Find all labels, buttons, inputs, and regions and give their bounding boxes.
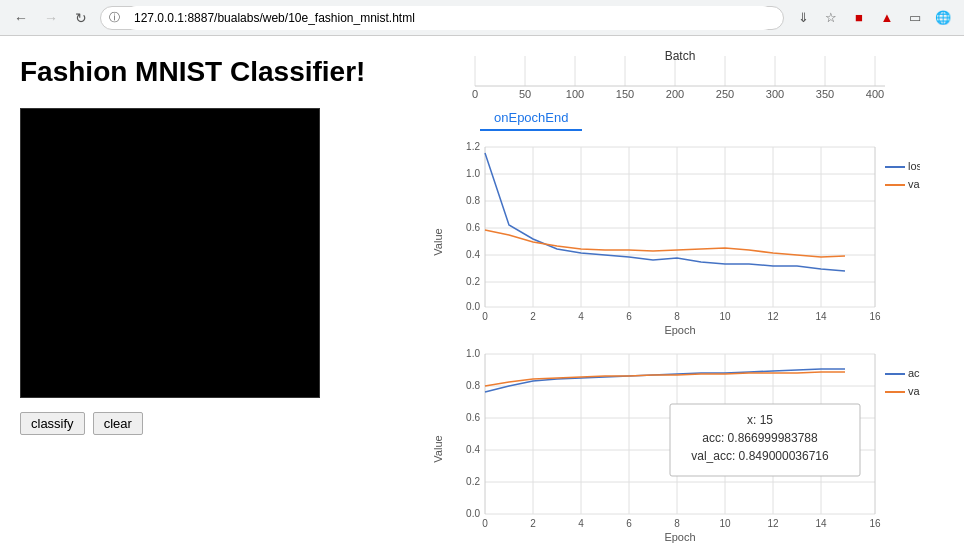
svg-text:14: 14 — [815, 311, 827, 322]
svg-text:0.2: 0.2 — [466, 276, 480, 287]
brave-icon[interactable]: ▲ — [876, 7, 898, 29]
drawing-canvas[interactable] — [20, 108, 320, 398]
svg-text:350: 350 — [816, 88, 834, 100]
svg-text:Batch: Batch — [665, 49, 696, 63]
download-icon[interactable]: ⇓ — [792, 7, 814, 29]
svg-text:val_acc: 0.849000036716: val_acc: 0.849000036716 — [691, 449, 829, 463]
svg-text:300: 300 — [766, 88, 784, 100]
svg-text:16: 16 — [869, 518, 881, 529]
batch-chart-svg: 0 50 100 150 200 250 300 350 400 Batch — [430, 46, 890, 101]
classify-button[interactable]: classify — [20, 412, 85, 435]
globe-icon[interactable]: 🌐 — [932, 7, 954, 29]
chart-tabs: onEpochEnd — [480, 106, 954, 131]
reload-button[interactable]: ↻ — [70, 7, 92, 29]
extension-icon[interactable]: ■ — [848, 7, 870, 29]
svg-text:400: 400 — [866, 88, 884, 100]
svg-text:0: 0 — [482, 311, 488, 322]
svg-text:100: 100 — [566, 88, 584, 100]
svg-text:x: 15: x: 15 — [747, 413, 773, 427]
forward-button[interactable]: → — [40, 7, 62, 29]
svg-text:2: 2 — [530, 311, 536, 322]
svg-text:0.0: 0.0 — [466, 301, 480, 312]
svg-text:acc: acc — [908, 367, 920, 379]
svg-text:0: 0 — [472, 88, 478, 100]
browser-bar: ← → ↻ ⓘ ⇓ ☆ ■ ▲ ▭ 🌐 — [0, 0, 964, 36]
svg-text:0: 0 — [482, 518, 488, 529]
svg-text:acc: 0.866999983788: acc: 0.866999983788 — [702, 431, 818, 445]
right-panel: 0 50 100 150 200 250 300 350 400 Batch o… — [430, 36, 964, 549]
svg-text:14: 14 — [815, 518, 827, 529]
svg-text:50: 50 — [519, 88, 531, 100]
svg-text:0.4: 0.4 — [466, 249, 480, 260]
svg-text:8: 8 — [674, 311, 680, 322]
svg-text:250: 250 — [716, 88, 734, 100]
svg-text:Epoch: Epoch — [664, 531, 695, 543]
page-title: Fashion MNIST Classifier! — [20, 56, 410, 88]
svg-text:2: 2 — [530, 518, 536, 529]
svg-text:1.0: 1.0 — [466, 168, 480, 179]
button-row: classify clear — [20, 412, 410, 435]
url-input[interactable] — [124, 6, 775, 30]
svg-text:0.6: 0.6 — [466, 222, 480, 233]
svg-text:10: 10 — [719, 311, 731, 322]
svg-text:loss: loss — [908, 160, 920, 172]
tab-on-epoch-end[interactable]: onEpochEnd — [480, 106, 582, 131]
svg-text:0.6: 0.6 — [466, 412, 480, 423]
svg-text:0.2: 0.2 — [466, 476, 480, 487]
clear-button[interactable]: clear — [93, 412, 143, 435]
svg-text:0.4: 0.4 — [466, 444, 480, 455]
svg-text:150: 150 — [616, 88, 634, 100]
svg-text:6: 6 — [626, 311, 632, 322]
svg-text:200: 200 — [666, 88, 684, 100]
bookmark-icon[interactable]: ☆ — [820, 7, 842, 29]
svg-text:val_loss: val_loss — [908, 178, 920, 190]
svg-text:val_acc: val_acc — [908, 385, 920, 397]
svg-text:16: 16 — [869, 311, 881, 322]
svg-text:6: 6 — [626, 518, 632, 529]
sidebar-icon[interactable]: ▭ — [904, 7, 926, 29]
svg-text:0.8: 0.8 — [466, 195, 480, 206]
svg-text:1.0: 1.0 — [466, 348, 480, 359]
svg-text:Epoch: Epoch — [664, 324, 695, 336]
lock-icon: ⓘ — [109, 10, 120, 25]
loss-chart-svg: Value 1.2 — [430, 137, 920, 337]
svg-text:12: 12 — [767, 311, 779, 322]
svg-text:8: 8 — [674, 518, 680, 529]
left-panel: Fashion MNIST Classifier! classify clear — [0, 36, 430, 549]
svg-text:12: 12 — [767, 518, 779, 529]
svg-text:0.0: 0.0 — [466, 508, 480, 519]
svg-text:Value: Value — [432, 435, 444, 462]
acc-chart-svg: Value 1.0 0.8 — [430, 344, 920, 544]
back-button[interactable]: ← — [10, 7, 32, 29]
svg-text:0.8: 0.8 — [466, 380, 480, 391]
svg-text:10: 10 — [719, 518, 731, 529]
svg-text:1.2: 1.2 — [466, 141, 480, 152]
svg-text:4: 4 — [578, 311, 584, 322]
svg-text:Value: Value — [432, 228, 444, 255]
svg-text:4: 4 — [578, 518, 584, 529]
